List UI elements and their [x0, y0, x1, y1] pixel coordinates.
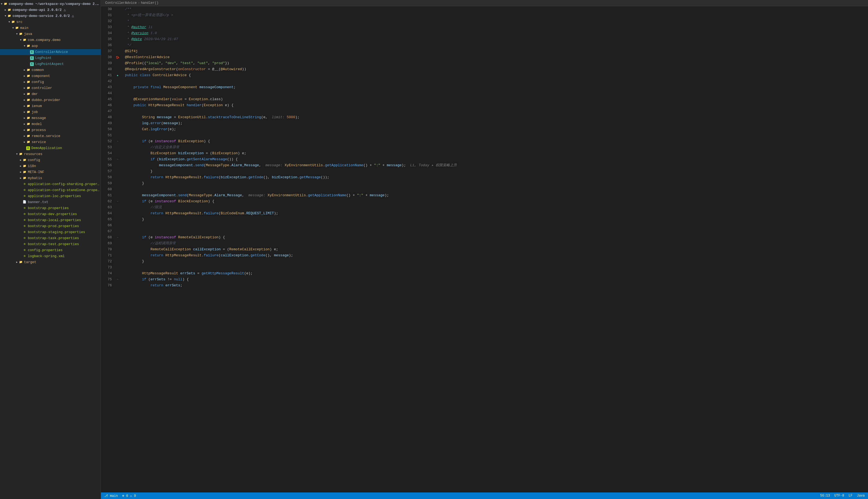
tree-item-src[interactable]: ▼📁src: [0, 19, 101, 25]
gutter-line-71: [116, 253, 119, 258]
tree-item-com.company.demo[interactable]: ▼📁com.company.demo: [0, 37, 101, 43]
tree-item-bootstrap-task[interactable]: ▶⚙bootstrap-task.properties: [0, 235, 101, 241]
code-line-49: log.error(message);: [125, 120, 864, 126]
tree-item-aop[interactable]: ▼📁aop: [0, 43, 101, 49]
tree-label-ienum: ienum: [32, 104, 42, 109]
tree-item-i18n[interactable]: ▶📁i18n: [0, 163, 101, 169]
tree-label-DemoApplication: DemoApplication: [32, 146, 62, 151]
code-line-57: }: [125, 168, 864, 174]
tree-item-logback[interactable]: ▶⚙logback-spring.xml: [0, 253, 101, 259]
folder-icon-message: 📁: [26, 116, 30, 120]
gutter-line-49: [116, 120, 119, 126]
tree-arrow-config: ▶: [23, 81, 26, 84]
tree-item-process[interactable]: ▶📁process: [0, 127, 101, 133]
tree-item-dmr[interactable]: ▶📁dmr: [0, 91, 101, 97]
folder-icon-mybatis: 📁: [22, 176, 27, 180]
gutter-line-46: [116, 102, 119, 108]
tree-item-mybatis[interactable]: ▶📁mybatis: [0, 175, 101, 181]
tree-arrow-service: ▶: [23, 141, 26, 144]
gutter-line-47: [116, 108, 119, 114]
tree-item-app-loc[interactable]: ▶⚙application-loc.properties: [0, 193, 101, 199]
tree-item-company-demo-service[interactable]: ▼📁company-demo-service 2.0.0/2 △: [0, 13, 101, 19]
line-number-72: 72: [105, 258, 112, 265]
line-numbers: 3031323334353637383940414243444546474849…: [101, 6, 115, 492]
tree-label-config2: config: [28, 158, 40, 163]
tree-item-config2[interactable]: ▶📁config: [0, 157, 101, 163]
line-number-42: 42: [105, 78, 112, 84]
tree-item-app-config-sharding[interactable]: ▶⚙application-config-sharding.properties: [0, 181, 101, 187]
status-encoding: UTF-8: [834, 494, 844, 498]
gutter-line-34: [116, 30, 119, 36]
tree-label-bootstrap-task: bootstrap-task.properties: [28, 235, 79, 241]
tree-item-bootstrap[interactable]: ▶⚙bootstrap.properties: [0, 205, 101, 211]
line-number-36: 36: [105, 42, 112, 48]
tree-item-job[interactable]: ▶📁job: [0, 109, 101, 115]
tree-item-banner[interactable]: ▶📄banner.txt: [0, 199, 101, 205]
tree-label-process: process: [32, 127, 46, 133]
tree-item-META-INF[interactable]: ▶📁META-INF: [0, 169, 101, 175]
code-line-44: [125, 90, 864, 96]
tree-item-model[interactable]: ▶📁model: [0, 121, 101, 127]
tree-item-config-props[interactable]: ▶⚙config.properties: [0, 247, 101, 253]
tree-item-dubbo.provider[interactable]: ▶📁dubbo.provider: [0, 97, 101, 103]
tree-label-LogPointAspect: LogPointAspect: [35, 61, 64, 67]
tree-arrow-target: ▶: [15, 261, 18, 264]
gutter-line-54: [116, 150, 119, 156]
editor-area: ControllerAdvice › handler() 30313233343…: [101, 0, 868, 499]
tree-item-resources[interactable]: ▼📁resources: [0, 151, 101, 157]
tree-item-bootstrap-dev[interactable]: ▶⚙bootstrap-dev.properties: [0, 211, 101, 217]
tree-item-remote.service[interactable]: ▶📁remote.service: [0, 133, 101, 139]
tree-item-controller[interactable]: ▶📁controller: [0, 85, 101, 91]
line-number-76: 76: [105, 282, 112, 289]
code-line-48: String message = ExceptionUtil.stacktrac…: [125, 114, 864, 120]
tree-item-DemoApplication[interactable]: ▶ADemoApplication: [0, 145, 101, 151]
line-number-63: 63: [105, 205, 112, 210]
tree-item-bootstrap-prod[interactable]: ▶⚙bootstrap-prod.properties: [0, 223, 101, 229]
file-tree: ▼📁company-demo ~/workspace-xy/company-de…: [0, 0, 101, 266]
tree-item-ControllerAdvice[interactable]: ▶CControllerAdvice: [0, 49, 101, 55]
tree-item-app-config-standlone[interactable]: ▶⚙application-config-standlone.propertie…: [0, 187, 101, 193]
tree-item-main[interactable]: ▼📁main: [0, 25, 101, 31]
folder-icon-job: 📁: [26, 110, 30, 114]
line-number-44: 44: [105, 90, 112, 96]
code-line-55: if (bizException.getSentAlarmMessage()) …: [125, 156, 864, 162]
tree-item-bootstrap-test[interactable]: ▶⚙bootstrap-test.properties: [0, 241, 101, 247]
folder-icon-dubbo.provider: 📁: [26, 98, 30, 102]
tree-label-bootstrap-prod: bootstrap-prod.properties: [28, 223, 79, 229]
tree-item-component[interactable]: ▶📁component: [0, 73, 101, 79]
gutter-line-31: [116, 12, 119, 18]
line-number-69: 69: [105, 241, 112, 246]
line-number-65: 65: [105, 217, 112, 222]
tree-item-company-demo-api[interactable]: ▶📁company-demo-api 2.0.0/2 △: [0, 7, 101, 13]
tree-item-ienum[interactable]: ▶📁ienum: [0, 103, 101, 109]
tree-item-java[interactable]: ▼📁java: [0, 31, 101, 37]
code-editor[interactable]: 3031323334353637383940414243444546474849…: [101, 6, 868, 492]
line-number-32: 32: [105, 18, 112, 24]
tree-label-model: model: [32, 121, 42, 127]
tree-item-message[interactable]: ▶📁message: [0, 115, 101, 121]
tree-item-bootstrap-staging[interactable]: ▶⚙bootstrap-staging.properties: [0, 229, 101, 235]
tree-item-LogPointAspect[interactable]: ▶CLogPointAspect: [0, 61, 101, 67]
tree-item-config[interactable]: ▶📁config: [0, 79, 101, 85]
folder-icon-java: 📁: [18, 32, 23, 36]
tree-item-service[interactable]: ▶📁service: [0, 139, 101, 145]
tree-item-LogPoint[interactable]: ▶CLogPoint: [0, 55, 101, 61]
tree-item-target[interactable]: ▶📁target: [0, 259, 101, 265]
tree-item-common[interactable]: ▶📁common: [0, 67, 101, 73]
file-icon-bootstrap-dev: ⚙: [22, 212, 27, 217]
file-icon-LogPoint: C: [30, 56, 34, 60]
breadcrumb-method[interactable]: handler(): [141, 1, 159, 5]
folder-icon-config2: 📁: [22, 158, 27, 162]
file-icon-app-loc: ⚙: [22, 194, 27, 198]
line-number-73: 73: [105, 265, 112, 270]
file-tree-sidebar[interactable]: ▼📁company-demo ~/workspace-xy/company-de…: [0, 0, 101, 499]
tree-label-message: message: [32, 115, 46, 121]
code-line-39: @Profile({"local", "dev", "test", "uat",…: [125, 60, 864, 66]
tree-arrow-com.company.demo: ▼: [19, 38, 22, 42]
tree-item-company-demo[interactable]: ▼📁company-demo ~/workspace-xy/company-de…: [0, 1, 101, 7]
folder-icon-dmr: 📁: [26, 92, 30, 96]
breadcrumb-controller[interactable]: ControllerAdvice: [105, 1, 137, 5]
tree-item-bootstrap-local[interactable]: ▶⚙bootstrap-local.properties: [0, 217, 101, 223]
gutter-line-51: [116, 132, 119, 138]
tree-label-banner: banner.txt: [28, 199, 48, 205]
